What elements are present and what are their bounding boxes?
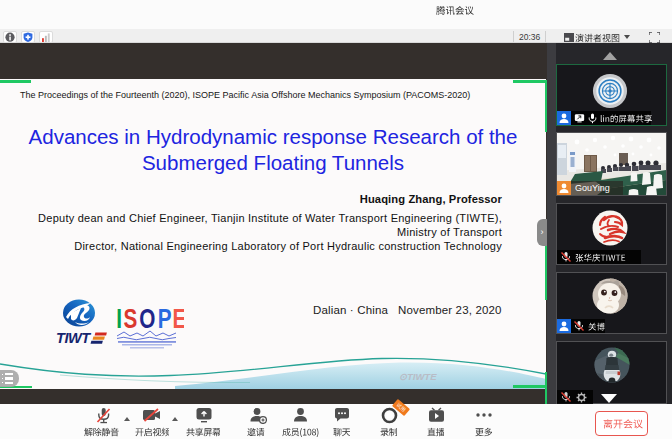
svg-text:P: P	[158, 303, 172, 334]
svg-text:⊙TIWTE: ⊙TIWTE	[399, 371, 437, 382]
svg-text:E: E	[172, 303, 184, 334]
svg-text:TIWT: TIWT	[56, 330, 91, 346]
svg-text:I: I	[116, 303, 122, 334]
svg-text:S: S	[124, 303, 138, 334]
svg-text:O: O	[139, 303, 155, 334]
